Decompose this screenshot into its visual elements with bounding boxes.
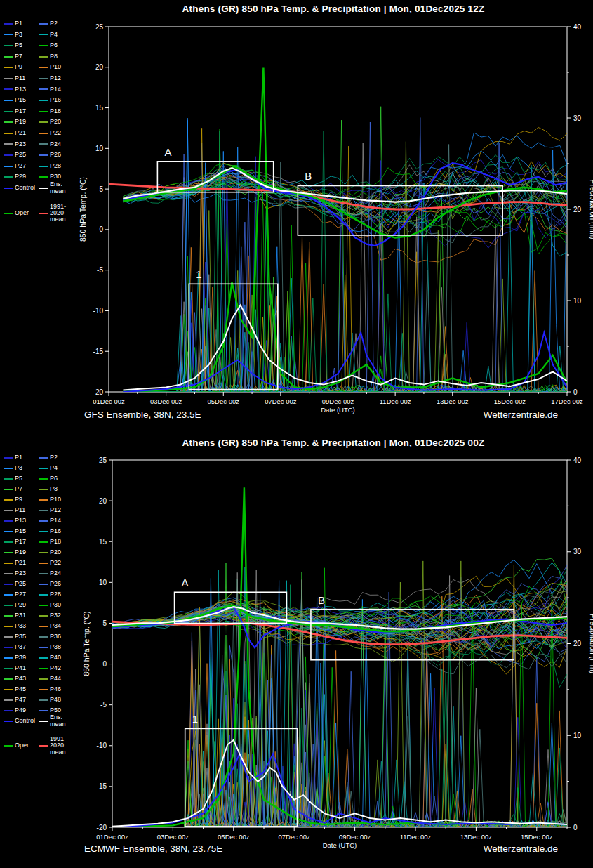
svg-text:30: 30 (573, 114, 582, 122)
svg-text:-20: -20 (97, 824, 107, 831)
svg-text:5: 5 (99, 185, 103, 193)
svg-text:5: 5 (102, 619, 107, 627)
model-caption: ECMWF Ensemble, 38N, 23.75E (84, 843, 222, 854)
page: { "palette": { "background": "#000000", … (0, 0, 593, 868)
svg-text:40: 40 (573, 23, 582, 31)
svg-text:05Dec 00z: 05Dec 00z (218, 833, 250, 841)
svg-text:-15: -15 (93, 348, 104, 355)
svg-text:07Dec 00z: 07Dec 00z (278, 833, 310, 841)
plot-border (112, 460, 567, 827)
svg-text:10: 10 (95, 145, 104, 152)
svg-text:11Dec 00z: 11Dec 00z (400, 833, 432, 841)
svg-text:13Dec 00z: 13Dec 00z (437, 397, 469, 405)
y-axis-label-precip: Precipitation (mm) (589, 614, 593, 673)
svg-text:-5: -5 (97, 266, 103, 274)
svg-text:-10: -10 (97, 742, 107, 749)
svg-text:15: 15 (95, 104, 104, 112)
svg-text:25: 25 (99, 456, 107, 464)
annotation-label-1: 1 (192, 713, 198, 725)
svg-text:0: 0 (573, 824, 578, 831)
model-caption: GFS Ensemble, 38N, 23.5E (84, 409, 201, 420)
svg-text:10: 10 (573, 297, 582, 305)
svg-text:03Dec 00z: 03Dec 00z (157, 833, 189, 841)
svg-text:01Dec 00z: 01Dec 00z (96, 833, 128, 841)
svg-text:-20: -20 (93, 388, 104, 396)
svg-text:05Dec 00z: 05Dec 00z (208, 397, 240, 405)
svg-text:15: 15 (99, 538, 107, 546)
x-axis-label: Date (UTC) (323, 841, 357, 849)
svg-text:15Dec 00z: 15Dec 00z (494, 397, 526, 405)
ensemble-members (123, 107, 567, 392)
y-axis-label-precip: Precipitation (mm) (589, 179, 593, 239)
svg-text:10: 10 (573, 732, 582, 739)
gfs-plot: 2520151050-5-10-15-2001020304001Dec 00z0… (0, 0, 593, 434)
svg-text:07Dec 00z: 07Dec 00z (265, 397, 297, 405)
x-axis-label: Date (UTC) (321, 406, 355, 414)
svg-text:20: 20 (573, 206, 582, 213)
annotation-label-B: B (318, 594, 325, 606)
svg-text:15Dec 00z: 15Dec 00z (521, 833, 553, 841)
svg-text:25: 25 (95, 23, 104, 31)
svg-text:13Dec 00z: 13Dec 00z (460, 833, 493, 841)
annotation-label-B: B (305, 170, 312, 182)
ensemble-members (112, 558, 567, 827)
svg-text:-15: -15 (97, 782, 107, 790)
svg-text:20: 20 (95, 63, 104, 71)
y-axis-label-temp: 850 hPa Temp. (°C) (82, 611, 91, 676)
brand-caption: Wetterzentrale.de (484, 409, 558, 420)
svg-text:20: 20 (99, 497, 107, 505)
ecmwf-plot: 2520151050-5-10-15-2001020304001Dec 00z0… (0, 434, 593, 868)
annotation-label-1: 1 (196, 268, 201, 280)
svg-text:40: 40 (573, 456, 582, 464)
svg-text:0: 0 (102, 660, 107, 668)
svg-text:01Dec 00z: 01Dec 00z (93, 397, 125, 405)
highlight-series (112, 487, 567, 827)
svg-text:20: 20 (573, 640, 582, 647)
svg-text:09Dec 00z: 09Dec 00z (339, 833, 371, 841)
axes: 2520151050-5-10-15-2001020304001Dec 00z0… (79, 23, 593, 414)
svg-text:-10: -10 (93, 307, 104, 315)
panel-gfs: Athens (GR) 850 hPa Temp. & Precipitatio… (0, 0, 593, 434)
annotation-label-A: A (164, 146, 171, 158)
svg-text:11Dec 00z: 11Dec 00z (380, 397, 411, 405)
series-oper-precip (112, 487, 567, 827)
brand-caption: Wetterzentrale.de (484, 843, 558, 854)
panel-ecmwf: Athens (GR) 850 hPa Temp. & Precipitatio… (0, 434, 593, 868)
svg-text:0: 0 (573, 388, 578, 396)
svg-text:0: 0 (99, 225, 103, 233)
annotation-label-A: A (182, 577, 189, 588)
svg-text:-5: -5 (100, 701, 107, 709)
y-axis-label-temp: 850 hPa Temp. (°C) (79, 177, 87, 242)
svg-text:17Dec 00z: 17Dec 00z (551, 397, 583, 405)
svg-text:30: 30 (573, 548, 582, 555)
svg-text:09Dec 00z: 09Dec 00z (322, 397, 354, 405)
svg-text:03Dec 00z: 03Dec 00z (150, 397, 182, 405)
svg-text:10: 10 (99, 579, 107, 586)
